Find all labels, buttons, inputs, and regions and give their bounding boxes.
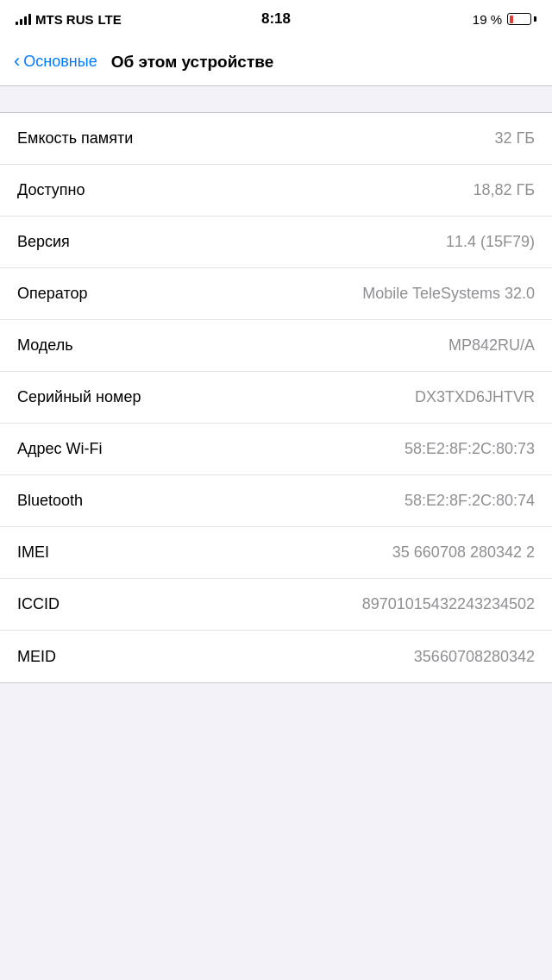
- row-value: Mobile TeleSystems 32.0: [362, 285, 535, 303]
- page-title: Об этом устройстве: [111, 53, 274, 72]
- nav-header: ‹ Основные Об этом устройстве: [0, 38, 552, 86]
- carrier-info: MTS RUS LTE: [16, 12, 122, 27]
- row-label: Версия: [17, 233, 70, 251]
- status-time: 8:18: [261, 10, 291, 28]
- status-bar: MTS RUS LTE 8:18 19 % ⚡: [0, 0, 552, 38]
- row-label: ICCID: [17, 595, 60, 613]
- table-row: ICCID89701015432243234502: [0, 579, 552, 631]
- table-row: Версия11.4 (15F79): [0, 217, 552, 268]
- row-value: 35660708280342: [414, 648, 535, 666]
- network-label: LTE: [98, 12, 122, 27]
- table-row: IMEI35 660708 280342 2: [0, 527, 552, 579]
- table-row: MEID35660708280342: [0, 631, 552, 682]
- row-label: Bluetooth: [17, 492, 83, 510]
- row-label: Модель: [17, 336, 73, 355]
- settings-list: Емкость памяти32 ГБДоступно18,82 ГБВерси…: [0, 112, 552, 683]
- row-value: 32 ГБ: [494, 129, 535, 148]
- row-label: Адрес Wi-Fi: [17, 440, 103, 458]
- carrier-label: MTS RUS: [35, 12, 94, 27]
- table-row: Серийный номерDX3TXD6JHTVR: [0, 372, 552, 424]
- row-label: IMEI: [17, 543, 49, 562]
- battery-icon: ⚡: [507, 13, 536, 25]
- row-label: MEID: [17, 648, 56, 666]
- row-label: Емкость памяти: [17, 129, 133, 148]
- row-value: 35 660708 280342 2: [392, 543, 535, 562]
- back-label: Основные: [23, 53, 97, 71]
- table-row: МодельMP842RU/A: [0, 320, 552, 372]
- table-row: Емкость памяти32 ГБ: [0, 113, 552, 165]
- row-label: Серийный номер: [17, 388, 141, 406]
- table-row: Доступно18,82 ГБ: [0, 165, 552, 217]
- table-row: Адрес Wi-Fi58:E2:8F:2C:80:73: [0, 424, 552, 475]
- row-value: 89701015432243234502: [362, 595, 535, 613]
- row-value: 58:E2:8F:2C:80:74: [405, 492, 535, 510]
- table-row: ОператорMobile TeleSystems 32.0: [0, 268, 552, 320]
- row-value: DX3TXD6JHTVR: [415, 388, 535, 406]
- status-right: 19 % ⚡: [473, 12, 536, 27]
- row-label: Доступно: [17, 181, 85, 199]
- row-label: Оператор: [17, 285, 87, 303]
- signal-icon: [16, 13, 31, 25]
- row-value: MP842RU/A: [448, 336, 535, 355]
- table-row: Bluetooth58:E2:8F:2C:80:74: [0, 475, 552, 527]
- row-value: 58:E2:8F:2C:80:73: [405, 440, 535, 458]
- battery-percent-label: 19 %: [473, 12, 502, 27]
- chevron-left-icon: ‹: [14, 52, 20, 71]
- back-button[interactable]: ‹ Основные: [14, 53, 97, 71]
- row-value: 18,82 ГБ: [473, 181, 535, 199]
- row-value: 11.4 (15F79): [446, 233, 535, 251]
